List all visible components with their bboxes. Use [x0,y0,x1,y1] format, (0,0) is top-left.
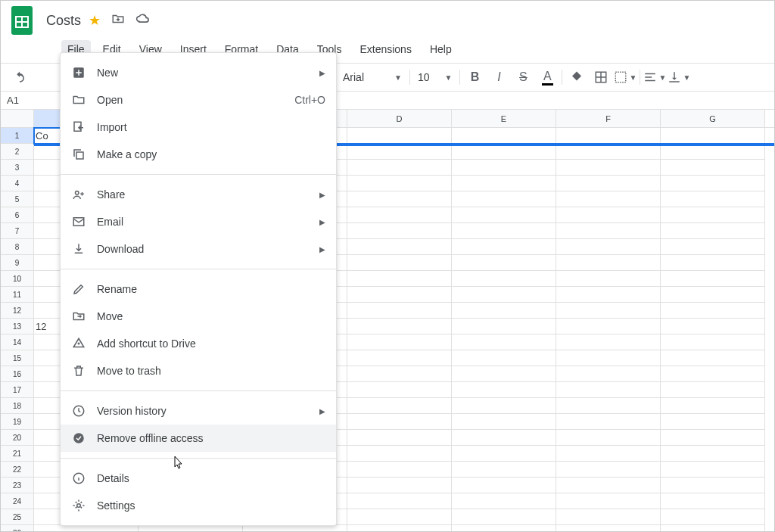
row-header[interactable]: 6 [1,207,34,223]
cell[interactable] [556,493,661,509]
bold-button[interactable]: B [463,66,486,89]
cell[interactable] [556,287,661,303]
star-icon[interactable]: ★ [89,12,101,29]
row-header[interactable]: 14 [1,334,34,350]
redo-button[interactable] [33,66,55,89]
menu-item-download[interactable]: Download ▶ [61,235,336,263]
cell[interactable] [243,525,347,532]
cell[interactable] [661,191,765,207]
row-header[interactable]: 3 [1,160,34,176]
cell[interactable] [347,525,452,532]
merge-button[interactable]: ▼ [614,66,636,89]
row-header[interactable]: 24 [1,493,34,509]
cell[interactable] [347,414,452,430]
row-header[interactable]: 18 [1,398,34,414]
cell[interactable] [452,160,556,176]
cell[interactable] [556,509,661,525]
cell[interactable] [661,303,765,319]
cell[interactable] [556,176,661,191]
sheets-logo[interactable] [7,5,37,36]
cell[interactable] [452,271,556,287]
cell[interactable] [452,176,556,191]
cell[interactable] [347,462,452,478]
cell[interactable] [452,430,556,446]
cell[interactable] [661,255,765,271]
cell[interactable] [661,525,765,532]
cell[interactable] [452,223,556,239]
strikethrough-button[interactable]: S [512,66,534,89]
cell[interactable] [347,287,452,303]
cell[interactable] [452,478,556,493]
cell[interactable] [661,287,765,303]
horizontal-align-button[interactable]: ▼ [643,66,666,89]
cell[interactable] [452,382,556,398]
font-selector[interactable]: Arial ▼ [338,71,406,83]
row-header[interactable]: 15 [1,350,34,366]
cell[interactable] [347,239,452,255]
cell[interactable] [556,303,661,319]
cell[interactable] [347,144,452,160]
cell[interactable] [661,478,765,493]
cell[interactable] [556,207,661,223]
cell[interactable] [452,509,556,525]
cell[interactable] [556,366,661,382]
cell[interactable] [139,525,243,532]
cell[interactable] [556,462,661,478]
row-header[interactable]: 21 [1,446,34,462]
cell[interactable] [34,525,139,532]
row-header[interactable]: 22 [1,462,34,478]
cell[interactable] [661,366,765,382]
row-header[interactable]: 10 [1,271,34,287]
menu-item-share[interactable]: Share ▶ [61,181,336,208]
cell[interactable] [347,509,452,525]
italic-button[interactable]: I [487,66,510,89]
cell[interactable] [452,319,556,334]
cell[interactable] [556,478,661,493]
cell[interactable] [452,414,556,430]
menu-item-settings[interactable]: Settings [61,492,336,519]
menu-extensions[interactable]: Extensions [353,40,417,58]
cell[interactable] [556,430,661,446]
cell[interactable] [556,191,661,207]
name-box[interactable]: A1 [1,95,39,106]
cell[interactable] [452,128,556,144]
cell[interactable] [661,223,765,239]
doc-title[interactable]: Costs [43,13,81,29]
menu-item-version-history[interactable]: Version history ▶ [61,397,336,425]
cell[interactable] [661,493,765,509]
cell[interactable] [556,414,661,430]
row-header[interactable]: 1 [1,128,34,144]
row-header[interactable]: 13 [1,319,34,334]
cell[interactable] [556,271,661,287]
cell[interactable] [661,334,765,350]
cell[interactable] [347,478,452,493]
cloud-icon[interactable] [135,11,151,30]
font-size-selector[interactable]: 10 ▼ [413,71,456,83]
cell[interactable] [661,430,765,446]
cell[interactable] [347,493,452,509]
cell[interactable] [452,398,556,414]
row-header[interactable]: 25 [1,509,34,525]
fill-color-button[interactable] [565,66,588,89]
col-header-f[interactable]: F [556,110,661,127]
cell[interactable] [556,160,661,176]
menu-item-add-shortcut[interactable]: Add shortcut to Drive [61,330,336,357]
vertical-align-button[interactable]: ▼ [668,66,690,89]
cell[interactable] [556,319,661,334]
cell[interactable] [556,446,661,462]
cell[interactable] [661,398,765,414]
cell[interactable] [452,303,556,319]
row-header[interactable]: 16 [1,366,34,382]
cell[interactable] [347,430,452,446]
row-header[interactable]: 11 [1,287,34,303]
row-header[interactable]: 4 [1,176,34,191]
cell[interactable] [452,366,556,382]
menu-item-email[interactable]: Email ▶ [61,208,336,235]
cell[interactable] [556,398,661,414]
row-header[interactable]: 17 [1,382,34,398]
cell[interactable] [347,207,452,223]
menu-item-new[interactable]: New ▶ [61,59,336,86]
row-header[interactable]: 5 [1,191,34,207]
cell[interactable] [556,223,661,239]
cell[interactable] [661,207,765,223]
